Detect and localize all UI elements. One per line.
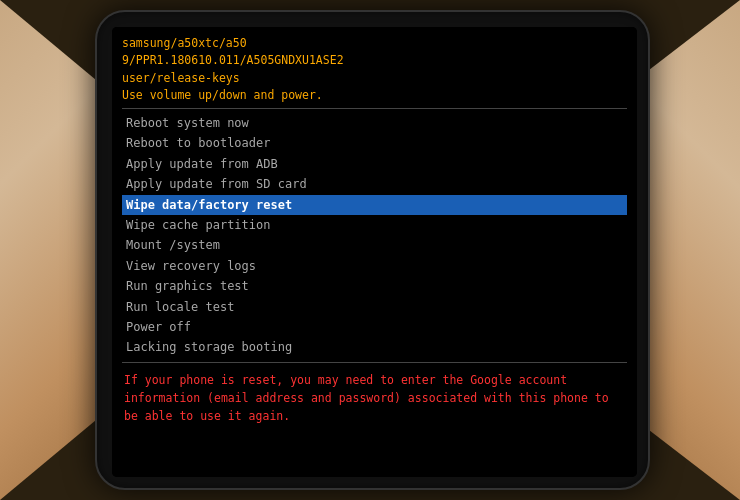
scene: samsung/a50xtc/a50 9/PPR1.180610.011/A50…: [0, 0, 740, 500]
menu-item-5[interactable]: Wipe cache partition: [122, 215, 627, 235]
menu-item-1[interactable]: Reboot to bootloader: [122, 133, 627, 153]
warning-text: If your phone is reset, you may need to …: [122, 367, 627, 430]
menu-item-10[interactable]: Power off: [122, 317, 627, 337]
device-line-1: samsung/a50xtc/a50: [122, 35, 627, 52]
separator-bottom: [122, 362, 627, 363]
phone-outer: samsung/a50xtc/a50 9/PPR1.180610.011/A50…: [95, 10, 650, 490]
phone-screen: samsung/a50xtc/a50 9/PPR1.180610.011/A50…: [112, 27, 637, 477]
menu-item-0[interactable]: Reboot system now: [122, 113, 627, 133]
menu-item-6[interactable]: Mount /system: [122, 235, 627, 255]
menu-item-9[interactable]: Run locale test: [122, 297, 627, 317]
menu-item-2[interactable]: Apply update from ADB: [122, 154, 627, 174]
menu-list: Reboot system nowReboot to bootloaderApp…: [122, 113, 627, 358]
menu-item-7[interactable]: View recovery logs: [122, 256, 627, 276]
menu-item-8[interactable]: Run graphics test: [122, 276, 627, 296]
menu-item-4[interactable]: Wipe data/factory reset: [122, 195, 627, 215]
separator-top: [122, 108, 627, 109]
menu-item-3[interactable]: Apply update from SD card: [122, 174, 627, 194]
recovery-ui: samsung/a50xtc/a50 9/PPR1.180610.011/A50…: [112, 27, 637, 477]
device-line-4: Use volume up/down and power.: [122, 87, 627, 104]
menu-item-11[interactable]: Lacking storage booting: [122, 337, 627, 357]
device-info: samsung/a50xtc/a50 9/PPR1.180610.011/A50…: [122, 35, 627, 104]
device-line-3: user/release-keys: [122, 70, 627, 87]
device-line-2: 9/PPR1.180610.011/A505GNDXU1ASE2: [122, 52, 627, 69]
